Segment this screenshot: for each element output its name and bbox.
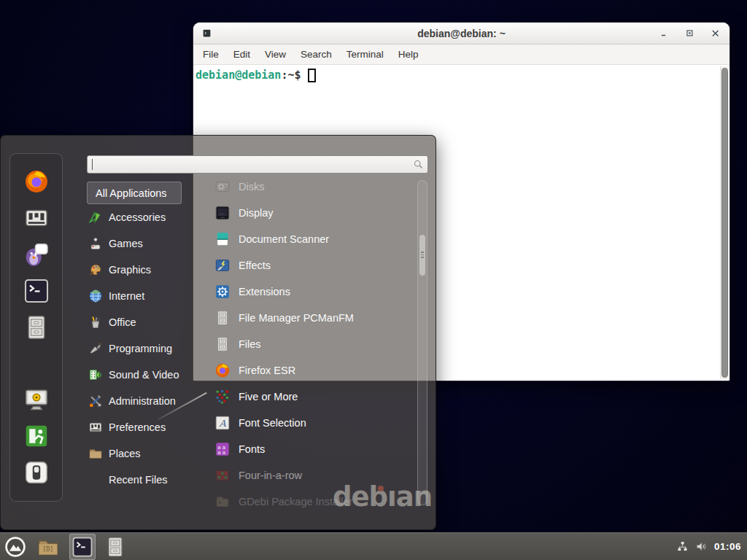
category-programming[interactable]: Programming [87, 335, 193, 362]
app-item-firefox-esr[interactable]: Firefox ESR [193, 357, 417, 384]
app-item-four-in-a-row[interactable]: Four-in-a-row [193, 462, 417, 489]
svg-text:A: A [218, 418, 226, 429]
terminal-menu-terminal[interactable]: Terminal [339, 47, 391, 62]
taskbar-launcher-terminal-icon[interactable] [69, 534, 96, 560]
app-item-display[interactable]: Display [193, 200, 417, 226]
prompt-suffix: :~$ [281, 68, 301, 82]
app-item-gdebi-package-installer[interactable]: GDebi Package Installer [193, 489, 417, 515]
search-row [87, 155, 428, 174]
firefox-icon [23, 168, 50, 195]
internet-icon [88, 289, 103, 303]
volume-icon[interactable] [695, 540, 708, 553]
file-cabinet-icon [214, 336, 231, 352]
application-menu: All Applications Accessories Games Graph… [0, 135, 436, 530]
favorite-settings-panel-icon[interactable] [23, 205, 50, 231]
search-input[interactable] [87, 155, 428, 174]
favorite-screensaver-icon[interactable] [23, 386, 50, 413]
places-icon [88, 446, 103, 461]
taskbar-launcher-file-cabinet-icon[interactable] [104, 535, 127, 559]
app-item-fonts[interactable]: a aa a Fonts [193, 436, 417, 462]
favorite-pidgin-icon[interactable] [23, 241, 50, 268]
effects-icon [214, 257, 231, 273]
font-selection-icon: A [214, 415, 231, 431]
file-cabinet-icon [104, 536, 126, 558]
filter-all-applications[interactable]: All Applications [87, 182, 182, 204]
category-administration[interactable]: Administration [87, 388, 193, 414]
administration-icon [88, 394, 103, 408]
network-icon[interactable] [676, 540, 689, 553]
gdebi-icon [214, 494, 231, 510]
app-item-files[interactable]: Files [193, 331, 417, 357]
taskbar-launcher-folder-icon[interactable]: [D] [36, 535, 60, 559]
terminal-menu-search[interactable]: Search [293, 47, 339, 62]
file-cabinet-icon [214, 310, 231, 326]
terminal-scrollbar-track [720, 66, 729, 379]
taskbar: [D] 01:06 [0, 532, 747, 560]
logout-icon [23, 423, 50, 449]
terminal-menu-edit[interactable]: Edit [226, 47, 258, 62]
app-item-extensions[interactable]: Extensions [193, 279, 417, 305]
file-cabinet-icon [23, 314, 50, 341]
terminal-menu-file[interactable]: File [196, 47, 226, 62]
window-terminal-icon [202, 28, 212, 38]
five-or-more-icon [214, 389, 231, 405]
app-item-effects[interactable]: Effects [193, 252, 417, 279]
favorites-panel [9, 153, 63, 502]
firefox-icon [214, 362, 231, 378]
four-in-a-row-icon [214, 467, 231, 483]
app-list-scrollbar-handle[interactable] [419, 235, 425, 276]
programming-icon [88, 341, 103, 356]
menu-logo-icon [4, 536, 26, 558]
app-item-font-selection[interactable]: A Font Selection [193, 410, 417, 436]
category-preferences[interactable]: Preferences [87, 414, 193, 440]
app-item-document-scanner[interactable]: Document Scanner [193, 226, 417, 252]
category-office[interactable]: Office [87, 309, 193, 335]
app-list-scrollbar-track [417, 180, 427, 505]
category-sound-video[interactable]: Sound & Video [87, 362, 193, 388]
desktop: { "wallpaper": { "watermark_text": "debi… [0, 0, 747, 560]
terminal-titlebar[interactable]: debian@debian: ~ [193, 23, 729, 44]
category-list: Accessories Games Graphics Internet Offi… [87, 204, 193, 493]
taskbar-launcher-menu-logo-icon[interactable] [4, 535, 27, 559]
power-switch-icon [23, 459, 50, 486]
preferences-icon [88, 420, 103, 435]
favorite-terminal-icon[interactable] [23, 278, 50, 304]
folder-icon: [D] [37, 536, 59, 558]
terminal-menu-help[interactable]: Help [391, 47, 426, 62]
settings-panel-icon [23, 205, 50, 231]
disks-icon [214, 179, 231, 195]
fonts-icon: a aa a [214, 441, 231, 457]
system-tray: 01:06 [676, 540, 741, 553]
office-icon [88, 315, 103, 330]
terminal-menubar: FileEditViewSearchTerminalHelp [193, 44, 729, 65]
app-item-disks[interactable]: Disks [193, 174, 417, 200]
favorite-firefox-icon[interactable] [23, 168, 50, 195]
favorite-logout-icon[interactable] [23, 423, 50, 449]
favorite-file-cabinet-icon[interactable] [23, 314, 50, 341]
window-title: debian@debian: ~ [193, 28, 729, 39]
close-icon[interactable] [711, 28, 721, 39]
application-list: Disks Display Document Scanner Effects E… [193, 174, 417, 515]
prompt-user-host: debian@debian [196, 68, 281, 82]
taskbar-launchers: [D] [4, 534, 136, 560]
screensaver-icon [23, 386, 50, 413]
app-item-file-manager-pcmanfm[interactable]: File Manager PCManFM [193, 305, 417, 331]
svg-text:[D]: [D] [43, 545, 54, 553]
category-graphics[interactable]: Graphics [87, 257, 193, 283]
category-games[interactable]: Games [87, 230, 193, 257]
category-recent-files[interactable]: Recent Files [87, 467, 193, 493]
terminal-scrollbar-handle[interactable] [721, 68, 728, 378]
terminal-menu-view[interactable]: View [258, 47, 293, 62]
category-places[interactable]: Places [87, 440, 193, 467]
favorite-power-switch-icon[interactable] [23, 459, 50, 486]
terminal-icon [23, 278, 50, 304]
category-accessories[interactable]: Accessories [87, 204, 193, 230]
accessories-icon [88, 210, 103, 225]
filter-label: All Applications [96, 187, 167, 199]
svg-text:a a: a a [217, 449, 226, 456]
app-item-five-or-more[interactable]: Five or More [193, 384, 417, 410]
category-internet[interactable]: Internet [87, 283, 193, 309]
minimize-icon[interactable] [659, 28, 670, 39]
maximize-icon[interactable] [685, 28, 695, 39]
document-scanner-icon [214, 231, 231, 247]
